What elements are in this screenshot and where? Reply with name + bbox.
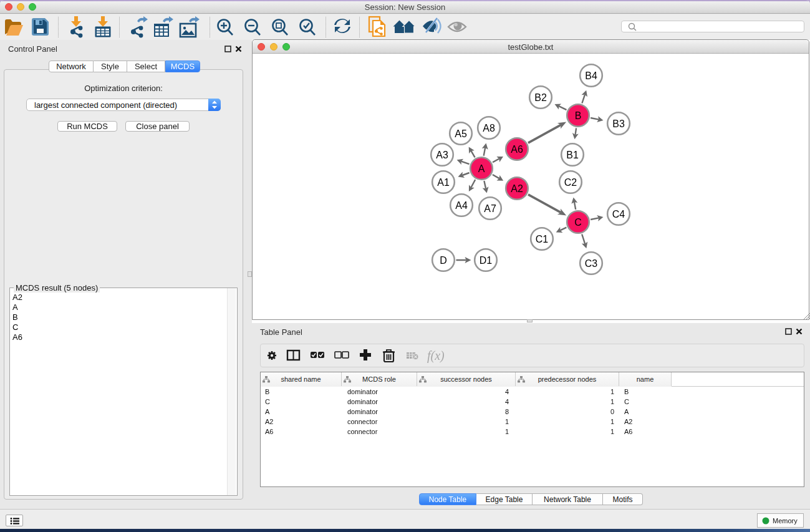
- svg-text:B3: B3: [612, 118, 625, 129]
- svg-text:A2: A2: [511, 183, 523, 194]
- svg-text:C3: C3: [585, 258, 598, 269]
- svg-text:C4: C4: [612, 209, 625, 220]
- svg-text:A1: A1: [437, 177, 450, 188]
- svg-text:D: D: [440, 255, 447, 266]
- svg-text:A3: A3: [436, 150, 448, 160]
- svg-text:D1: D1: [480, 255, 493, 266]
- svg-text:A8: A8: [483, 123, 495, 133]
- svg-text:f(x): f(x): [427, 349, 445, 363]
- svg-text:B2: B2: [534, 92, 547, 103]
- svg-text:C: C: [574, 217, 582, 228]
- svg-text:C2: C2: [564, 177, 577, 188]
- svg-text:A5: A5: [455, 128, 467, 139]
- svg-text:B4: B4: [585, 70, 597, 81]
- svg-text:A6: A6: [511, 144, 523, 155]
- svg-text:A4: A4: [455, 200, 468, 211]
- svg-text:C1: C1: [536, 234, 549, 244]
- svg-text:A7: A7: [484, 203, 496, 214]
- svg-text:B: B: [575, 110, 582, 121]
- svg-text:B1: B1: [566, 150, 579, 160]
- svg-text:A: A: [478, 163, 485, 174]
